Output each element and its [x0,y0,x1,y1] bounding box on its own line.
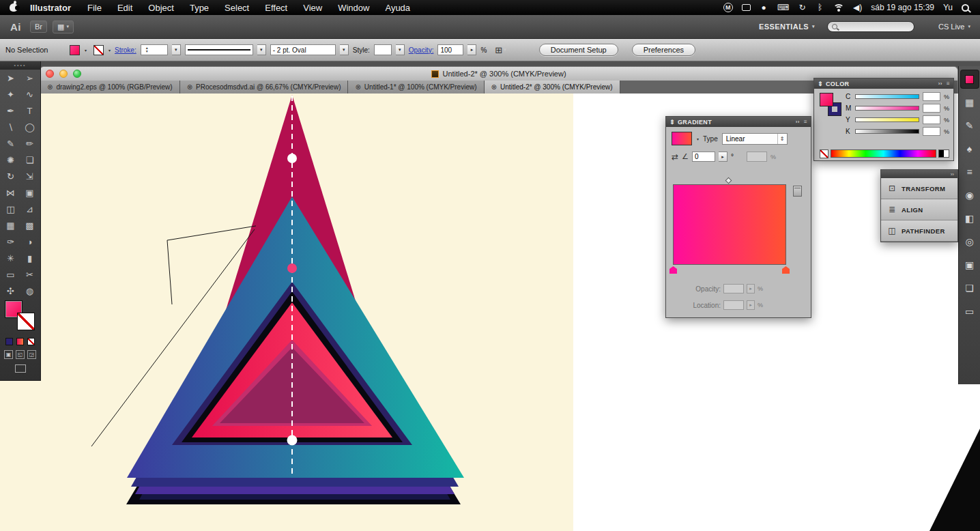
gradient-swatch-arrow[interactable]: ▾ [697,137,699,141]
menu-select[interactable]: Select [225,3,249,13]
stroke-panel-icon[interactable]: ≡ [961,163,979,181]
workspace-switcher[interactable]: ESSENTIALS▾ [759,23,815,31]
panel-collapse-arrows-icon[interactable]: ›› [796,119,800,125]
brush-definition-dropdown[interactable]: - 2 pt. Oval [270,44,336,55]
document-tab-4[interactable]: ⊗Untitled-2* @ 300% (CMYK/Preview) [485,81,620,94]
menu-type[interactable]: Type [190,3,209,13]
none-button[interactable] [27,338,35,345]
style-dropdown-arrow[interactable]: ▾ [396,44,405,55]
bluetooth-icon[interactable]: ᛒ [816,3,824,12]
battery-icon[interactable] [742,4,751,11]
time-machine-icon[interactable]: ↻ [798,3,807,12]
screen-mode-icon[interactable] [15,364,26,373]
gradient-annotator-start-handle[interactable] [287,154,297,163]
toolbar-stroke-swatch[interactable] [17,313,35,330]
column-graph-tool[interactable]: ▮ [20,250,40,266]
chevron-down-icon[interactable]: ▾ [85,48,87,53]
menu-edit[interactable]: Edit [117,3,132,13]
document-setup-button[interactable]: Document Setup [539,44,618,56]
type-tool[interactable]: T [20,102,40,119]
color-panel-icon[interactable] [961,70,979,88]
panel-fill-swatch[interactable] [820,93,833,106]
symbol-sprayer-tool[interactable]: ✳ [1,250,20,266]
channel-slider[interactable] [855,106,919,111]
opacity-field[interactable]: 100 [437,44,463,55]
stepper-icon[interactable]: ▲▼ [145,46,149,53]
eraser-tool[interactable]: ❏ [20,152,40,168]
gradient-panel-header[interactable]: ⇕ GRADIENT ›› ≡ [666,117,811,127]
gradient-angle-field[interactable]: 0 [692,152,715,162]
draw-normal-icon[interactable]: ▣ [4,350,13,359]
stroke-color-swatch[interactable] [93,45,104,55]
magic-wand-tool[interactable]: ✦ [1,86,20,102]
free-transform-tool[interactable]: ▣ [20,184,40,201]
cs-live-button[interactable]: CS Live▾ [927,23,970,31]
channel-slider[interactable] [855,129,919,134]
scale-tool[interactable]: ⇲ [20,168,40,184]
menu-file[interactable]: File [87,3,102,13]
perspective-grid-tool[interactable]: ⊿ [20,201,40,217]
menu-effect[interactable]: Effect [265,3,287,13]
menu-user[interactable]: Yu [943,3,953,12]
hand-tool[interactable]: ✣ [1,283,20,299]
color-button[interactable] [5,338,13,345]
paintbrush-tool[interactable]: ✎ [1,135,20,152]
fill-color-swatch[interactable] [70,45,80,55]
direct-selection-tool[interactable]: ➢ [20,70,40,86]
record-icon[interactable]: ● [760,3,768,12]
preferences-button[interactable]: Preferences [632,44,695,56]
channel-value-field[interactable] [923,127,940,136]
symbols-panel-icon[interactable]: ♠ [961,140,979,158]
chevron-down-icon[interactable]: ▾ [109,48,111,53]
line-segment-tool[interactable]: ∖ [1,119,20,135]
menu-ayuda[interactable]: Ayuda [385,3,410,13]
pencil-tool[interactable]: ✏ [20,135,40,152]
tab-close-icon[interactable]: ⊗ [355,83,360,91]
swatches-panel-icon[interactable]: ▦ [961,94,979,111]
brush-definition-arrow[interactable]: ▾ [340,44,349,55]
black-corner-shape[interactable] [929,429,980,531]
panel-group-header[interactable]: ›› [881,170,957,178]
artboard-tool[interactable]: ▭ [1,266,20,283]
menu-view[interactable]: View [303,3,322,13]
tab-close-icon[interactable]: ⊗ [491,83,497,91]
help-search-field[interactable] [827,21,914,32]
control-options-icon[interactable]: ⊞▾ [495,45,506,55]
gradient-tool[interactable]: ▩ [20,217,40,233]
gradient-type-dropdown[interactable]: Linear ⇕ [722,133,788,145]
document-tab-3[interactable]: ⊗Untitled-1* @ 100% (CMYK/Preview) [348,81,484,94]
stroke-weight-link[interactable]: Stroke: [115,46,136,54]
panel-menu-icon[interactable]: ≡ [947,81,950,87]
brushes-panel-icon[interactable]: ✎ [961,117,979,134]
delete-stop-icon[interactable] [793,186,802,197]
panel-button-transform[interactable]: ⊡TRANSFORM [881,178,957,199]
color-panel-header[interactable]: ⇕ COLOR ›› ≡ [814,78,953,89]
gradient-button[interactable] [16,338,24,345]
gradient-angle-arrow[interactable]: ▸ [719,152,727,162]
gradient-stop-right[interactable] [782,266,790,274]
slice-tool[interactable]: ✂ [20,266,40,283]
stroke-weight-field[interactable]: ▲▼ [141,44,168,55]
opacity-link[interactable]: Opacity: [409,46,434,54]
channel-slider[interactable] [855,117,919,122]
apple-logo-icon[interactable] [10,3,18,12]
none-swatch-icon[interactable] [820,149,828,158]
gradient-stop-left[interactable] [669,266,677,274]
channel-value-field[interactable] [923,104,940,113]
layers-panel-icon[interactable]: ❏ [961,279,979,297]
graphic-styles-panel-icon[interactable]: ▣ [961,256,979,274]
ellipse-tool[interactable]: ◯ [20,119,40,135]
style-dropdown[interactable] [374,44,392,55]
gradient-midpoint-handle[interactable] [725,177,732,184]
wifi-icon[interactable] [833,4,844,12]
panel-button-pathfinder[interactable]: ◫PATHFINDER [881,220,957,242]
width-profile-arrow[interactable]: ▾ [257,44,266,55]
tab-close-icon[interactable]: ⊗ [47,83,53,91]
search-input[interactable] [840,23,910,31]
draw-behind-icon[interactable]: ◱ [16,350,25,359]
gradient-annotator-end-handle[interactable] [287,435,298,446]
panel-collapse-icon[interactable]: ⇕ [818,81,823,87]
stroke-weight-dropdown[interactable]: ▾ [172,44,181,55]
spotlight-icon[interactable] [962,4,969,12]
arrange-documents-button[interactable]: ▦ ▾ [53,20,74,33]
